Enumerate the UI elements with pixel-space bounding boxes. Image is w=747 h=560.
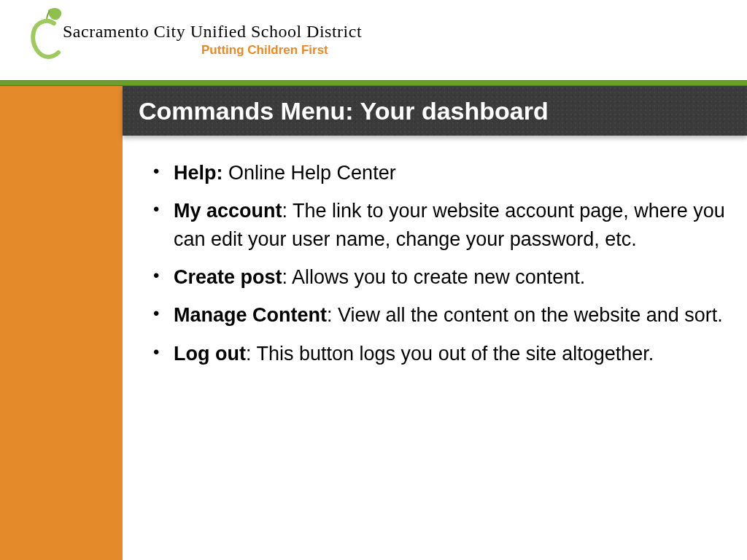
list-item: My account: The link to your website acc… <box>146 197 728 253</box>
sep: : <box>282 266 293 288</box>
slide: Sacramento City Unified School District … <box>0 0 747 560</box>
list-item: Manage Content: View all the content on … <box>146 301 728 329</box>
logo: Sacramento City Unified School District … <box>26 7 747 60</box>
apple-icon <box>26 7 67 60</box>
term: My account <box>174 200 282 222</box>
sep: : <box>246 343 257 365</box>
list-item: Create post: Allows you to create new co… <box>146 263 728 291</box>
term: Log out <box>174 343 246 365</box>
desc: Online Help Center <box>228 162 396 184</box>
desc: View all the content on the website and … <box>338 304 723 326</box>
slide-title: Commands Menu: Your dashboard <box>123 86 747 136</box>
divider-bar <box>0 80 747 86</box>
term: Help: <box>174 162 223 184</box>
logo-text: Sacramento City Unified School District … <box>63 22 362 58</box>
bullet-list: Help: Online Help Center My account: The… <box>146 159 728 368</box>
content-area: Help: Online Help Center My account: The… <box>123 136 747 560</box>
sidebar-accent <box>0 86 123 560</box>
header: Sacramento City Unified School District … <box>0 0 747 80</box>
org-name: Sacramento City Unified School District <box>63 22 362 42</box>
tagline: Putting Children First <box>201 43 362 58</box>
term: Manage Content <box>174 304 327 326</box>
sep: : <box>327 304 338 326</box>
sep <box>223 162 229 184</box>
list-item: Help: Online Help Center <box>146 159 728 187</box>
sep: : <box>282 200 293 222</box>
desc: This button logs you out of the site alt… <box>256 343 654 365</box>
desc: Allows you to create new content. <box>292 266 585 288</box>
term: Create post <box>174 266 282 288</box>
list-item: Log out: This button logs you out of the… <box>146 340 728 368</box>
